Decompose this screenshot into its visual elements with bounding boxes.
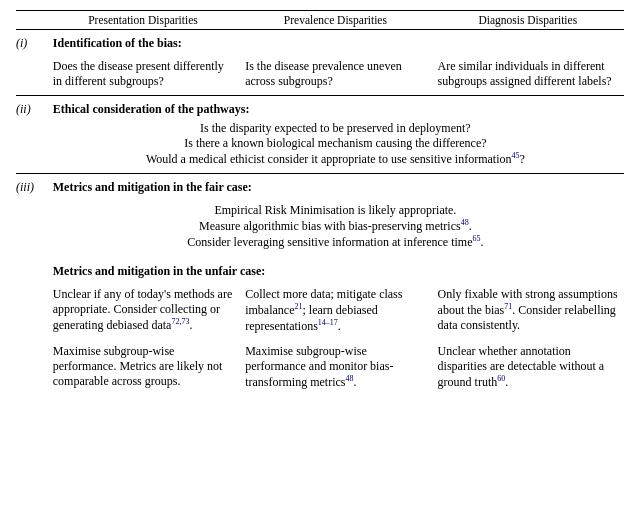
section-iii-num: (iii) (16, 174, 47, 259)
unfair-col2b: Maximise subgroup-wise performance and m… (239, 340, 431, 394)
section-iii-content: Metrics and mitigation in the fair case:… (47, 174, 624, 259)
header-row: Presentation Disparities Prevalence Disp… (16, 11, 624, 30)
section-iii-row: (iii) Metrics and mitigation in the fair… (16, 174, 624, 259)
unfair-col3b: Unclear whether annotation disparities a… (432, 340, 624, 394)
header-num-col (16, 11, 47, 30)
unfair-row-a: Unclear if any of today's methods are ap… (16, 283, 624, 340)
section-iii-line3: Consider leveraging sensitive informatio… (53, 234, 618, 250)
section-ii-row: (ii) Ethical consideration of the pathwa… (16, 96, 624, 174)
section-ii-num: (ii) (16, 96, 47, 174)
section-iii-metrics: Empirical Risk Minimisation is likely ap… (53, 199, 618, 254)
header-presentation: Presentation Disparities (47, 11, 239, 30)
unfair-col2a: Collect more data; mitigate class imbala… (239, 283, 431, 340)
section-ii-lines: Is the disparity expected to be preserve… (53, 121, 618, 167)
section-i-label: Identification of the bias: (47, 30, 624, 56)
section-i-empty (16, 55, 47, 96)
section-iii-line2: Measure algorithmic bias with bias-prese… (53, 218, 618, 234)
unfair-col1b: Maximise subgroup-wise performance. Metr… (47, 340, 239, 394)
section-i-col3: Are similar individuals in different sub… (432, 55, 624, 96)
ref-45: 45 (512, 151, 520, 160)
section-ii-content: Ethical consideration of the pathways: I… (47, 96, 624, 174)
ref-14-17: 14–17 (318, 318, 338, 327)
ref-72-73: 72,73 (171, 317, 189, 326)
unfair-label-row: Metrics and mitigation in the unfair cas… (16, 258, 624, 283)
unfair-row-b: Maximise subgroup-wise performance. Metr… (16, 340, 624, 394)
unfair-col1a: Unclear if any of today's methods are ap… (47, 283, 239, 340)
section-iii-label: Metrics and mitigation in the fair case: (53, 180, 618, 195)
unfair-row-b-num (16, 340, 47, 394)
section-i-num: (i) (16, 30, 47, 56)
section-i-col1: Does the disease present differently in … (47, 55, 239, 96)
ref-48: 48 (461, 218, 469, 227)
main-table: Presentation Disparities Prevalence Disp… (16, 10, 624, 394)
section-ii-line1: Is the disparity expected to be preserve… (53, 121, 618, 136)
header-diagnosis: Diagnosis Disparities (432, 11, 624, 30)
unfair-col3a: Only fixable with strong assumptions abo… (432, 283, 624, 340)
section-i-label-row: (i) Identification of the bias: (16, 30, 624, 56)
section-iii-line1: Empirical Risk Minimisation is likely ap… (53, 203, 618, 218)
unfair-label-num (16, 258, 47, 283)
section-ii-line2: Is there a known biological mechanism ca… (53, 136, 618, 151)
unfair-label-cell: Metrics and mitigation in the unfair cas… (47, 258, 624, 283)
section-i-col2: Is the disease prevalence uneven across … (239, 55, 431, 96)
section-ii-label: Ethical consideration of the pathways: (53, 102, 618, 117)
section-i-content-row: Does the disease present differently in … (16, 55, 624, 96)
section-ii-line3: Would a medical ethicist consider it app… (53, 151, 618, 167)
unfair-row-a-num (16, 283, 47, 340)
header-prevalence: Prevalence Disparities (239, 11, 431, 30)
ref-65: 65 (473, 234, 481, 243)
main-table-container: Presentation Disparities Prevalence Disp… (16, 10, 624, 394)
